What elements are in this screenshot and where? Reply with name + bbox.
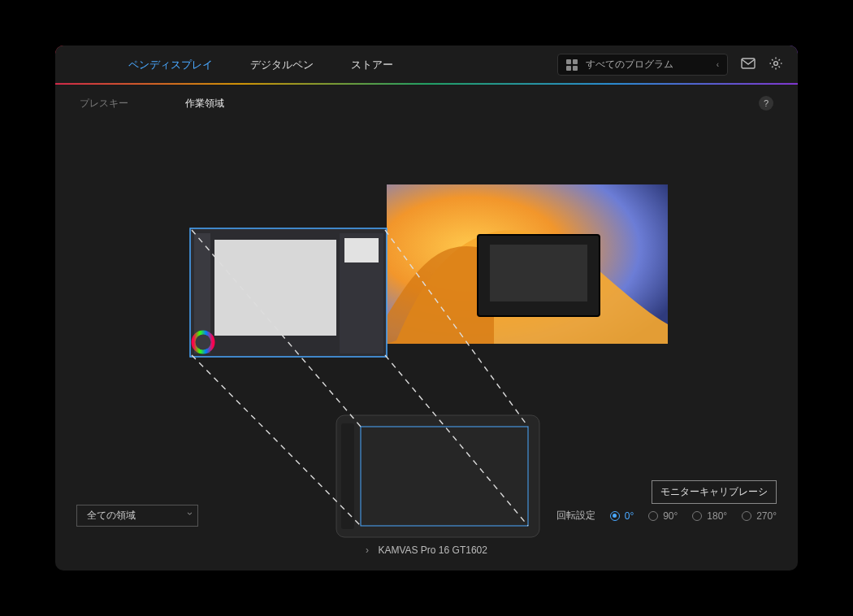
bottom-controls: 全ての領域 回転設定 0° 90° 180° 270°: [55, 505, 798, 527]
program-selector-label: すべてのプログラム: [586, 58, 673, 72]
area-scope-select[interactable]: 全ての領域: [76, 505, 198, 527]
chevron-right-icon: ›: [366, 544, 369, 556]
monitor-1-selected[interactable]: [190, 228, 387, 357]
svg-point-1: [774, 61, 778, 65]
monitor-calibration-button[interactable]: モニターキャリブレーシ: [652, 480, 777, 504]
top-nav: ペンディスプレイ デジタルペン ストアー: [128, 58, 393, 72]
program-selector[interactable]: すべてのプログラム ‹: [557, 54, 728, 76]
mail-icon[interactable]: [741, 58, 756, 72]
svg-rect-9: [344, 238, 379, 262]
area-scope-value: 全ての領域: [87, 510, 136, 521]
monitor-2[interactable]: [387, 184, 668, 344]
rotation-settings: 回転設定 0° 90° 180° 270°: [556, 509, 777, 523]
work-area-canvas: モニターキャリブレーシ 全ての領域 回転設定 0° 90° 180° 270° …: [55, 111, 798, 570]
subtab-work-area[interactable]: 作業領域: [185, 97, 224, 111]
tab-store[interactable]: ストアー: [351, 58, 393, 72]
tab-pen-display[interactable]: ペンディスプレイ: [128, 58, 213, 72]
tab-digital-pen[interactable]: デジタルペン: [250, 58, 314, 72]
subtab-press-key[interactable]: プレスキー: [80, 97, 128, 111]
top-bar: ペンディスプレイ デジタルペン ストアー すべてのプログラム ‹: [55, 46, 798, 85]
help-button[interactable]: ?: [759, 96, 773, 111]
apps-grid-icon: [566, 59, 578, 71]
rotation-option-90[interactable]: 90°: [648, 510, 678, 522]
rotation-option-0[interactable]: 0°: [610, 510, 634, 522]
svg-rect-0: [742, 59, 755, 68]
rotation-option-180[interactable]: 180°: [692, 510, 727, 522]
chevron-left-icon: ‹: [717, 60, 719, 69]
svg-rect-4: [490, 245, 587, 301]
app-window: ペンディスプレイ デジタルペン ストアー すべてのプログラム ‹ プレスキー 作…: [55, 46, 798, 570]
svg-line-16: [192, 355, 361, 526]
svg-rect-6: [214, 240, 336, 336]
device-name: KAMVAS Pro 16 GT1602: [378, 544, 487, 556]
top-right-controls: すべてのプログラム ‹: [557, 54, 783, 76]
device-row[interactable]: › KAMVAS Pro 16 GT1602: [55, 544, 798, 556]
sub-nav: プレスキー 作業領域 ?: [55, 85, 798, 111]
rotation-label: 回転設定: [556, 509, 595, 523]
gear-icon[interactable]: [769, 56, 783, 74]
rotation-option-270[interactable]: 270°: [742, 510, 777, 522]
